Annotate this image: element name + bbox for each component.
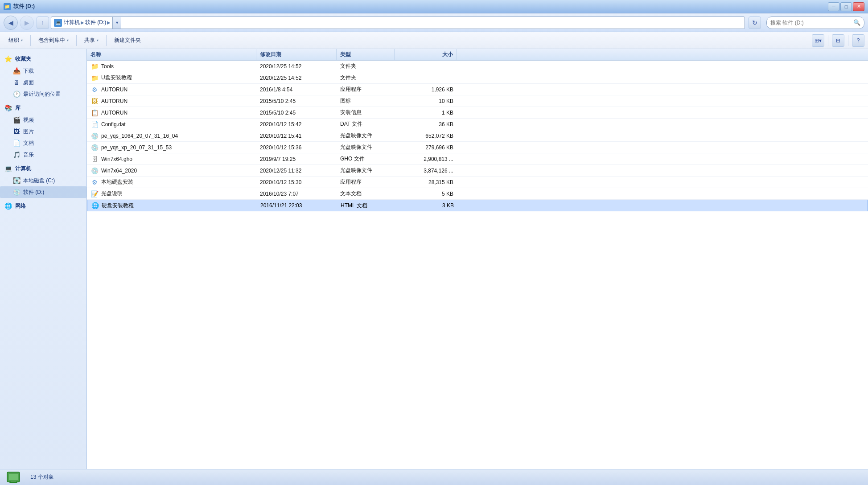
show-hide-pane-button[interactable]: ⊟ bbox=[832, 34, 844, 47]
sidebar-library-section: 📚 库 🎬 视频 🖼 图片 📄 文档 🎵 音乐 bbox=[0, 102, 86, 160]
file-type-cell: HTML 文档 bbox=[337, 200, 395, 211]
file-size-cell: 652,072 KB bbox=[395, 130, 457, 141]
file-type-cell: 文件夹 bbox=[337, 72, 395, 83]
back-button[interactable]: ◀ bbox=[4, 16, 18, 30]
table-row[interactable]: 📁 Tools 2020/12/25 14:52 文件夹 bbox=[87, 61, 868, 72]
views-button[interactable]: ⊞ ▾ bbox=[812, 34, 824, 47]
file-name: 本地硬盘安装 bbox=[101, 178, 133, 186]
file-date-cell: 2015/5/10 2:45 bbox=[256, 95, 337, 107]
sidebar-item-drive-d[interactable]: 💿 软件 (D:) bbox=[0, 186, 86, 198]
sidebar-item-drive-c[interactable]: 💽 本地磁盘 (C:) bbox=[0, 175, 86, 186]
table-row[interactable]: ⚙ AUTORUN 2016/1/8 4:54 应用程序 1,926 KB bbox=[87, 84, 868, 95]
address-dropdown-button[interactable]: ▼ bbox=[112, 16, 121, 29]
file-type-cell: 图标 bbox=[337, 95, 395, 107]
sidebar-computer-header[interactable]: 💻 计算机 bbox=[0, 162, 86, 175]
table-row[interactable]: 📁 U盘安装教程 2020/12/25 14:52 文件夹 bbox=[87, 72, 868, 84]
downloads-icon: 📥 bbox=[12, 67, 21, 75]
sidebar-item-videos[interactable]: 🎬 视频 bbox=[0, 114, 86, 126]
file-icon: 🗄 bbox=[91, 155, 99, 163]
sidebar-library-header[interactable]: 📚 库 bbox=[0, 102, 86, 114]
organize-button[interactable]: 组织 ▾ bbox=[4, 34, 28, 47]
help-button[interactable]: ? bbox=[852, 34, 864, 47]
table-row[interactable]: 💿 pe_yqs_1064_20_07_31_16_04 2020/10/12 … bbox=[87, 130, 868, 142]
status-icon bbox=[5, 470, 23, 485]
table-row[interactable]: 📄 Config.dat 2020/10/12 15:42 DAT 文件 36 … bbox=[87, 119, 868, 130]
computer-label: 计算机 bbox=[15, 165, 31, 173]
drive-c-label: 本地磁盘 (C:) bbox=[23, 177, 55, 185]
file-name-cell: 🖼 AUTORUN bbox=[87, 95, 256, 107]
table-row[interactable]: 🖼 AUTORUN 2015/5/10 2:45 图标 10 KB bbox=[87, 95, 868, 107]
file-name-cell: 📁 U盘安装教程 bbox=[87, 72, 256, 83]
main-content: ⭐ 收藏夹 📥 下载 🖥 桌面 🕐 最近访问的位置 📚 库 bbox=[0, 49, 868, 469]
refresh-button[interactable]: ↻ bbox=[749, 16, 761, 29]
table-row[interactable]: 🗄 Win7x64.gho 2019/9/7 19:25 GHO 文件 2,90… bbox=[87, 153, 868, 165]
table-row[interactable]: 💿 Win7x64_2020 2020/12/25 11:32 光盘映像文件 3… bbox=[87, 165, 868, 177]
search-icon[interactable]: 🔍 bbox=[853, 19, 860, 26]
file-size-cell bbox=[395, 72, 457, 83]
sidebar-computer-section: 💻 计算机 💽 本地磁盘 (C:) 💿 软件 (D:) bbox=[0, 162, 86, 198]
sidebar-item-desktop[interactable]: 🖥 桌面 bbox=[0, 77, 86, 88]
maximize-button[interactable]: □ bbox=[840, 2, 852, 11]
table-row[interactable]: ⚙ 本地硬盘安装 2020/10/12 15:30 应用程序 28,315 KB bbox=[87, 177, 868, 188]
sidebar-item-pictures[interactable]: 🖼 图片 bbox=[0, 126, 86, 137]
toolbar-separator-2 bbox=[76, 35, 77, 46]
table-row[interactable]: 🌐 硬盘安装教程 2016/11/21 22:03 HTML 文档 3 KB bbox=[87, 200, 868, 211]
status-bar: 13 个对象 bbox=[0, 469, 868, 485]
documents-icon: 📄 bbox=[12, 139, 21, 147]
sidebar-item-downloads[interactable]: 📥 下载 bbox=[0, 65, 86, 77]
sidebar-item-recent[interactable]: 🕐 最近访问的位置 bbox=[0, 88, 86, 100]
sidebar-item-documents[interactable]: 📄 文档 bbox=[0, 137, 86, 149]
sidebar-item-music[interactable]: 🎵 音乐 bbox=[0, 149, 86, 160]
address-bar: 💻 计算机 ▶ 软件 (D:) ▶ ▼ bbox=[51, 16, 745, 29]
file-name: AUTORUN bbox=[101, 98, 128, 104]
search-input[interactable] bbox=[770, 20, 852, 26]
col-header-name[interactable]: 名称 bbox=[87, 49, 256, 60]
minimize-button[interactable]: ─ bbox=[828, 2, 839, 11]
organize-label: 组织 bbox=[8, 37, 19, 44]
file-type-cell: 应用程序 bbox=[337, 84, 395, 95]
sidebar-favorites-header[interactable]: ⭐ 收藏夹 bbox=[0, 53, 86, 65]
col-header-date[interactable]: 修改日期 bbox=[256, 49, 337, 60]
include-library-button[interactable]: 包含到库中 ▾ bbox=[33, 34, 74, 47]
file-name: Win7x64.gho bbox=[101, 156, 132, 162]
col-header-type[interactable]: 类型 bbox=[337, 49, 395, 60]
file-type-cell: 应用程序 bbox=[337, 177, 395, 188]
toolbar-separator-4 bbox=[828, 35, 828, 46]
share-dropdown-arrow: ▾ bbox=[97, 38, 99, 42]
file-date-cell: 2020/10/12 15:42 bbox=[256, 119, 337, 130]
file-name-cell: 💿 Win7x64_2020 bbox=[87, 165, 256, 176]
title-bar: 📁 软件 (D:) ─ □ ✕ bbox=[0, 0, 868, 13]
file-size-cell: 1,926 KB bbox=[395, 84, 457, 95]
table-row[interactable]: 📝 光盘说明 2016/10/23 7:07 文本文档 5 KB bbox=[87, 188, 868, 200]
sidebar-network-section: 🌐 网络 bbox=[0, 200, 86, 212]
library-label: 库 bbox=[15, 104, 21, 112]
file-name-cell: 📄 Config.dat bbox=[87, 119, 256, 130]
file-name: Win7x64_2020 bbox=[101, 168, 137, 174]
file-size-cell: 279,696 KB bbox=[395, 142, 457, 153]
file-list-header: 名称 修改日期 类型 大小 bbox=[87, 49, 868, 61]
table-row[interactable]: 📋 AUTORUN 2015/5/10 2:45 安装信息 1 KB bbox=[87, 107, 868, 119]
videos-icon: 🎬 bbox=[12, 116, 21, 124]
file-name-cell: 📁 Tools bbox=[87, 61, 256, 72]
file-type-cell: 文本文档 bbox=[337, 188, 395, 199]
up-button[interactable]: ↑ bbox=[37, 16, 49, 29]
crumb-drive[interactable]: 软件 (D:) bbox=[85, 19, 106, 26]
file-size-cell: 3,874,126 ... bbox=[395, 165, 457, 176]
file-icon: 💿 bbox=[91, 167, 99, 175]
network-label: 网络 bbox=[15, 202, 26, 210]
new-folder-button[interactable]: 新建文件夹 bbox=[109, 34, 146, 47]
svg-rect-1 bbox=[9, 474, 18, 480]
file-date-cell: 2016/11/21 22:03 bbox=[257, 200, 337, 211]
desktop-icon: 🖥 bbox=[12, 78, 21, 86]
file-size-cell: 10 KB bbox=[395, 95, 457, 107]
col-header-size[interactable]: 大小 bbox=[395, 49, 457, 60]
file-date-cell: 2020/10/12 15:30 bbox=[256, 177, 337, 188]
crumb-computer[interactable]: 计算机 bbox=[64, 19, 80, 26]
table-row[interactable]: 💿 pe_yqs_xp_20_07_31_15_53 2020/10/12 15… bbox=[87, 142, 868, 153]
svg-rect-3 bbox=[9, 482, 17, 483]
sidebar-network-header[interactable]: 🌐 网络 bbox=[0, 200, 86, 212]
share-button[interactable]: 共享 ▾ bbox=[79, 34, 103, 47]
forward-button[interactable]: ▶ bbox=[20, 16, 34, 30]
close-button[interactable]: ✕ bbox=[853, 2, 864, 11]
file-rows: 📁 Tools 2020/12/25 14:52 文件夹 📁 U盘安装教程 20… bbox=[87, 61, 868, 211]
